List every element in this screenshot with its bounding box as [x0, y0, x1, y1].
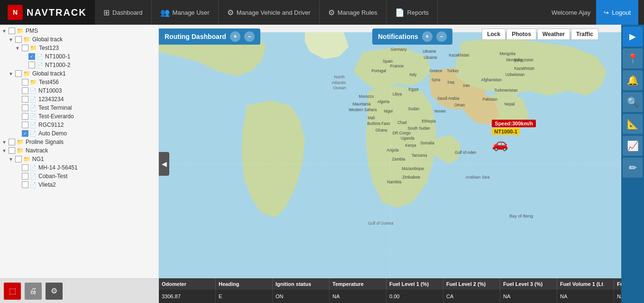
tool-location[interactable]: 📍	[623, 48, 643, 68]
map-svg: North Atlantic Ocean Arabian Sea Bay of …	[159, 25, 621, 303]
tree-checkbox[interactable]: ✓	[28, 53, 35, 60]
tree-item-coban-test[interactable]: 📄Coban-Test	[0, 172, 158, 180]
svg-text:North: North	[334, 75, 345, 79]
svg-text:Yemen: Yemen	[434, 109, 446, 114]
svg-text:France: France	[390, 64, 404, 68]
notifications-label: Notifications	[378, 33, 418, 40]
routing-dashboard-expand[interactable]: +	[230, 31, 240, 42]
svg-text:Arabian Sea: Arabian Sea	[466, 175, 490, 180]
tree-checkbox[interactable]	[15, 36, 22, 43]
tree-item-auto-demo[interactable]: ✓📄Auto Demo	[0, 129, 158, 138]
file-icon: 📄	[30, 105, 37, 111]
tree-checkbox[interactable]: ✓	[22, 130, 28, 137]
dashboard-icon: ⊞	[103, 8, 110, 17]
tree-item-global-track1[interactable]: ▼📁Global track1	[0, 69, 158, 78]
lock-button[interactable]: Lock	[482, 28, 506, 40]
tree-checkbox[interactable]	[22, 79, 28, 85]
status-data-fuel-level-3: NA	[500, 290, 557, 303]
tree-checkbox[interactable]	[22, 104, 28, 111]
tool-chart[interactable]: 📈	[623, 136, 643, 156]
notifications-expand[interactable]: +	[422, 31, 432, 42]
tree-item-nt1000-2[interactable]: 📄NT1000-2	[0, 61, 158, 69]
status-header-fuel-level-2: Fuel Level 2 (%)	[443, 278, 500, 290]
photos-button[interactable]: Photos	[506, 28, 536, 40]
tree-checkbox[interactable]	[15, 70, 22, 77]
sidebar-print-button[interactable]: 🖨	[25, 283, 42, 300]
sidebar-settings-button[interactable]: ⚙	[46, 283, 63, 300]
top-nav: N NAVTRACK ⊞ Dashboard 👥 Manage User ⚙ M…	[0, 0, 644, 25]
tree-item-12343234[interactable]: 📄12343234	[0, 95, 158, 104]
tree-label: RGC9112	[38, 122, 64, 128]
tree-label: NT1000-1	[45, 53, 70, 60]
tree-checkbox[interactable]	[9, 139, 15, 145]
tree-checkbox[interactable]	[22, 181, 28, 188]
tree-label: 12343234	[38, 96, 64, 103]
notifications-collapse[interactable]: −	[436, 31, 447, 42]
tool-search[interactable]: 🔍	[623, 92, 643, 112]
tree-item-nt10003[interactable]: 📄NT10003	[0, 86, 158, 95]
tree-checkbox[interactable]	[22, 87, 28, 94]
sidebar-bottom: ⬚ 🖨 ⚙	[0, 278, 158, 303]
tree-checkbox[interactable]	[15, 156, 22, 162]
collapse-arrow[interactable]: ◀	[159, 152, 169, 176]
nav-reports-label: Reports	[407, 9, 429, 16]
logout-button[interactable]: ↪ Logout	[596, 0, 638, 25]
tree-item-navtrack[interactable]: ▼📁Navtrack	[0, 146, 158, 155]
tree-item-nt1000-1[interactable]: ✓📄NT1000-1	[0, 52, 158, 61]
tree-item-test456[interactable]: 📁Test456	[0, 78, 158, 86]
tool-ruler[interactable]: 📐	[623, 114, 643, 134]
routing-dashboard-collapse[interactable]: −	[244, 31, 255, 42]
tree-item-test123[interactable]: ▼📁Test123	[0, 44, 158, 52]
file-icon: 📄	[30, 88, 37, 94]
tree-checkbox[interactable]	[9, 28, 15, 34]
tree-item-rgc9112[interactable]: 📄RGC9112	[0, 121, 158, 129]
weather-button[interactable]: Weather	[537, 28, 570, 40]
nav-right: Welcome Ajay ↪ Logout	[546, 0, 644, 25]
folder-icon: 📁	[30, 45, 37, 51]
sidebar-red-button[interactable]: ⬚	[4, 283, 21, 300]
tree-item-test-terminal[interactable]: 📄Test Terminal	[0, 104, 158, 112]
tree-item-proline-signals[interactable]: ▼📁Proline Signals	[0, 138, 158, 146]
tree-expand-icon: ▼	[9, 71, 14, 76]
status-header-fuel-level-1: Fuel Level 1 (%)	[386, 278, 443, 290]
tree-checkbox[interactable]	[22, 173, 28, 180]
tree-checkbox[interactable]	[28, 62, 35, 68]
file-icon: 📄	[30, 96, 37, 103]
logout-icon: ↪	[604, 9, 609, 16]
svg-text:Ghana: Ghana	[376, 128, 387, 133]
tree-checkbox[interactable]	[22, 45, 28, 51]
tree-checkbox[interactable]	[22, 113, 28, 120]
tree-checkbox[interactable]	[22, 164, 28, 171]
nav-manage-vehicle-label: Manage Vehicle and Driver	[237, 9, 311, 16]
svg-text:Nepal: Nepal	[505, 102, 515, 106]
tree-checkbox[interactable]	[9, 147, 15, 154]
tree-item-test-everardo[interactable]: 📄Test-Everardo	[0, 112, 158, 121]
tree-item-vlieta2[interactable]: 📄Vlieta2	[0, 180, 158, 189]
nav-manage-user[interactable]: 👥 Manage User	[152, 0, 219, 25]
status-header-heading: Heading	[216, 278, 273, 290]
tree-item-ng1[interactable]: ▼📁NG1	[0, 155, 158, 163]
svg-text:Germany: Germany	[391, 47, 407, 52]
file-icon: 📄	[30, 165, 37, 171]
nav-manage-vehicle[interactable]: ⚙ Manage Vehicle and Driver	[219, 0, 320, 25]
tool-bell[interactable]: 🔔	[623, 70, 643, 90]
folder-icon: 📁	[23, 156, 30, 162]
tree-expand-icon: ▼	[2, 28, 8, 34]
svg-text:South Sudan: South Sudan	[407, 126, 430, 131]
tool-edit[interactable]: ✏	[623, 158, 643, 178]
tool-arrow-right[interactable]: ▶	[623, 27, 643, 47]
tree-checkbox[interactable]	[22, 122, 28, 128]
svg-text:Afghanistan: Afghanistan	[481, 78, 502, 82]
tree-label: Auto Demo	[38, 130, 67, 137]
traffic-button[interactable]: Traffic	[571, 28, 598, 40]
nav-dashboard[interactable]: ⊞ Dashboard	[95, 0, 152, 25]
nav-manage-rules[interactable]: ⚙ Manage Rules	[320, 0, 386, 25]
tree-checkbox[interactable]	[22, 96, 28, 103]
tree-item-pms[interactable]: ▼📁PMS	[0, 27, 158, 35]
tree-label: Test456	[39, 79, 59, 85]
tree-label: Test-Everardo	[38, 113, 74, 120]
tree-item-mh14[interactable]: 📄MH-14 J-56451	[0, 163, 158, 172]
svg-text:Angola: Angola	[386, 148, 399, 152]
nav-reports[interactable]: 📄 Reports	[386, 0, 438, 25]
tree-item-global-track[interactable]: ▼📁Global track	[0, 35, 158, 44]
